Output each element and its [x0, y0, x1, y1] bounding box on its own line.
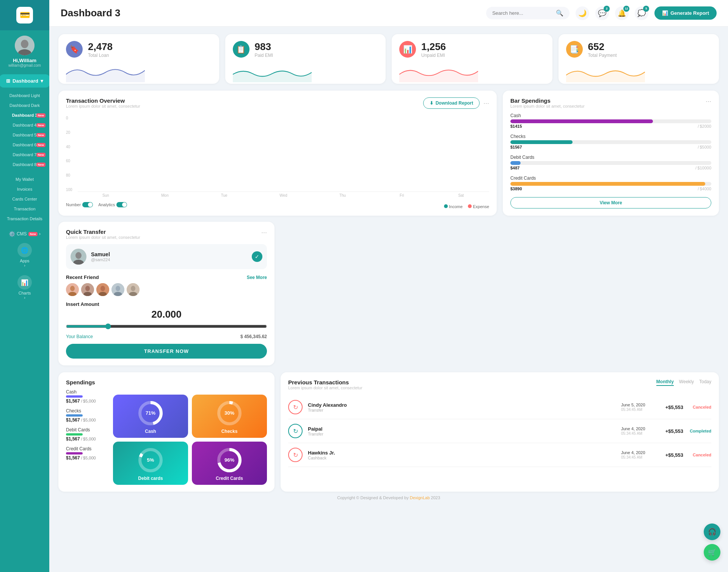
sidebar-item-transaction-details[interactable]: Transaction Details: [0, 214, 49, 224]
svg-point-1: [21, 40, 28, 48]
dark-mode-btn[interactable]: 🌙: [576, 6, 589, 20]
tx-paipal-amount: +$5,553: [661, 428, 683, 434]
svg-text:96%: 96%: [224, 457, 234, 463]
search-input[interactable]: [492, 10, 553, 16]
sidebar-item-invoices[interactable]: Invoices: [0, 184, 49, 194]
tx-hawkins-status: Canceled: [689, 453, 711, 457]
sidebar-item-cards-center[interactable]: Cards Center: [0, 194, 49, 204]
number-toggle-track[interactable]: [82, 202, 93, 207]
messages-badge: 5: [643, 6, 649, 12]
tx-cindy-status: Canceled: [689, 405, 711, 409]
amount-range-input[interactable]: [66, 323, 267, 329]
view-more-button[interactable]: View More: [510, 197, 711, 208]
donut-checks: 30% Checks: [192, 395, 267, 438]
chat-btn[interactable]: 💬 2: [595, 6, 609, 20]
chevron-down-icon: ▾: [41, 78, 43, 84]
content-area: 🔖 2,478 Total Loan 📋 983 Paid EMI: [49, 27, 728, 572]
spending-checks-label: Checks: [510, 134, 711, 139]
sidebar-item-dashboard-7[interactable]: Dashboard 7 New: [0, 150, 49, 160]
total-loan-icon: 🔖: [66, 41, 83, 58]
samuel-username: @sam224: [91, 257, 110, 262]
sidebar-item-dashboard-dark[interactable]: Dashboard Dark: [0, 100, 49, 110]
friend-avatar-4: [111, 283, 124, 296]
transfer-amount: 20.000: [66, 309, 267, 320]
more-menu-icon[interactable]: ···: [483, 99, 489, 107]
cart-float-btn[interactable]: 🛒: [704, 544, 720, 561]
sidebar-item-dashboard-8[interactable]: Dashboard 8 New: [0, 160, 49, 169]
tab-monthly[interactable]: Monthly: [656, 379, 674, 386]
total-payment-wave: [566, 63, 645, 82]
middle-row: Transaction Overview Lorem ipsum dolor s…: [58, 91, 719, 365]
new-badge: New: [36, 143, 46, 147]
cart-icon: 🛒: [708, 548, 716, 556]
new-badge: New: [36, 153, 46, 157]
footer-brand-link[interactable]: DexignLab: [410, 495, 430, 500]
spending-bar-cash: Cash $1415 / $2000: [510, 113, 711, 129]
donut-charts-grid: 71% Cash 30% Checks: [113, 395, 267, 485]
generate-report-button[interactable]: 📊 Generate Report: [654, 6, 717, 20]
messages-btn[interactable]: 💭 5: [635, 6, 648, 20]
sidebar-item-dashboard-4[interactable]: Dashboard 4 New: [0, 120, 49, 130]
tx-hawkins-icon: ↻: [288, 448, 303, 462]
friend-avatar-5: [127, 283, 140, 296]
tab-weekly[interactable]: Weekly: [679, 379, 694, 386]
sidebar-item-dashboard-3[interactable]: Dashboard 3 New: [0, 110, 49, 120]
support-float-btn[interactable]: 🎧: [704, 523, 720, 540]
toggle-thumb: [88, 202, 93, 207]
new-badge: New: [36, 113, 46, 118]
see-more-link[interactable]: See More: [247, 275, 267, 280]
sidebar-charts-btn[interactable]: 📊 Charts ›: [0, 271, 49, 304]
spending-checks-bar: [510, 140, 573, 144]
spending-credit-label: Credit Cards: [510, 176, 711, 181]
sidebar-cms-btn[interactable]: ⚙️ CMS New ›: [0, 229, 49, 239]
spending-credit-value: $3890: [510, 186, 522, 191]
total-payment-value: 652: [588, 41, 617, 53]
new-badge: New: [36, 163, 46, 167]
samuel-name: Samuel: [91, 251, 110, 257]
chart-icon: 📊: [17, 275, 32, 290]
bar-chart: [78, 116, 489, 192]
sidebar-item-dashboard-5[interactable]: Dashboard 5 New: [0, 130, 49, 140]
amount-slider[interactable]: [66, 323, 267, 331]
bar-spendings-menu[interactable]: ···: [706, 97, 711, 105]
insert-amount-label: Insert Amount: [66, 301, 267, 307]
sidebar-dashboard-btn[interactable]: ⊞ Dashboard ▾: [0, 74, 49, 88]
total-loan-label: Total Loan: [88, 53, 113, 58]
transfer-now-button[interactable]: TRANSFER NOW: [66, 344, 267, 359]
bar-spendings-card: Bar Spendings Lorem ipsum dolor sit amet…: [503, 91, 719, 216]
svg-text:30%: 30%: [224, 410, 234, 416]
tx-cindy-date: June 5, 202005:34:45 AM: [621, 403, 655, 412]
spendings-cash: Cash $1,567 / $5,000: [66, 389, 108, 404]
sidebar-apps-btn[interactable]: 🌐 Apps ›: [0, 239, 49, 271]
tx-cindy-icon: ↻: [288, 400, 303, 414]
page-title: Dashboard 3: [61, 7, 121, 19]
download-report-button[interactable]: ⬇ Download Report: [423, 97, 480, 109]
tx-hawkins-date: June 4, 202005:34:45 AM: [621, 450, 655, 459]
analytics-toggle-track[interactable]: [116, 202, 127, 207]
income-dot: [444, 204, 448, 208]
notifications-btn[interactable]: 🔔 12: [615, 6, 629, 20]
topbar: Dashboard 3 🔍 🌙 💬 2 🔔 12 💭 5 📊 Generate …: [49, 0, 728, 27]
avatar: [15, 36, 35, 55]
donut-debit-label: Debit cards: [138, 476, 163, 481]
sidebar-item-dashboard-light[interactable]: Dashboard Light: [0, 91, 49, 100]
donut-checks-label: Checks: [221, 429, 238, 434]
sidebar-item-dashboard-6[interactable]: Dashboard 6 New: [0, 140, 49, 150]
tx-paipal-type: Transfer: [308, 432, 323, 436]
your-balance-label: Your Balance: [66, 334, 93, 339]
spendings-card: Spendings Cash $1,567 / $5,000 Checks $1…: [58, 372, 275, 492]
sidebar-logo: 💳: [0, 0, 49, 30]
quick-transfer-menu[interactable]: ···: [261, 229, 267, 237]
generate-icon: 📊: [662, 10, 668, 16]
number-toggle[interactable]: Number: [66, 202, 93, 207]
tx-hawkins-type: Cashback: [308, 456, 335, 460]
tab-today[interactable]: Today: [699, 379, 711, 386]
svg-point-16: [116, 286, 120, 291]
sidebar-item-transaction[interactable]: Transaction: [0, 204, 49, 214]
paid-emi-icon: 📋: [233, 41, 249, 58]
download-icon: ⬇: [430, 100, 433, 106]
sidebar-item-my-wallet[interactable]: My Wallet: [0, 174, 49, 184]
analytics-toggle[interactable]: Analytics: [98, 202, 127, 207]
previous-transactions-card: Previous Transactions Lorem ipsum dolor …: [281, 372, 719, 492]
recent-friends-label: Recent Friend See More: [66, 274, 267, 280]
